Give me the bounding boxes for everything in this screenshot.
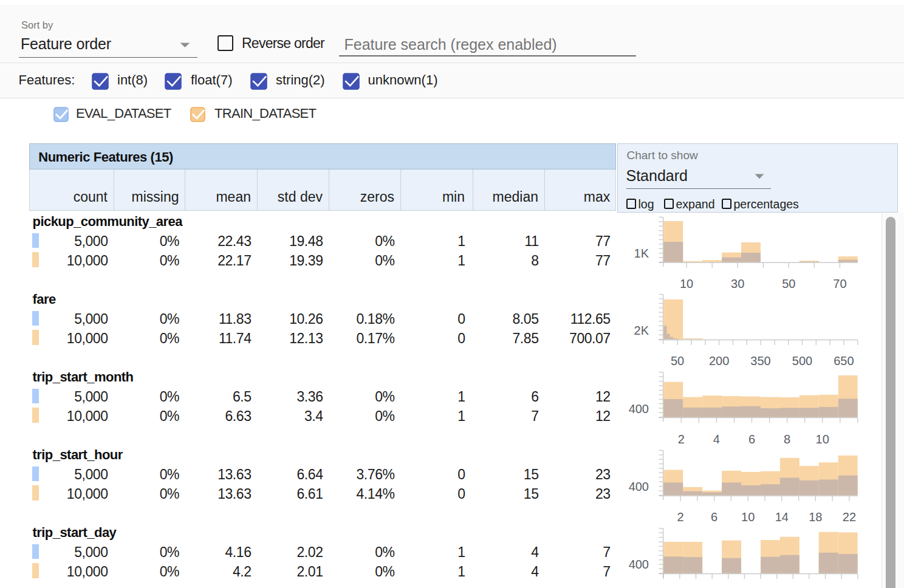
svg-text:14: 14 bbox=[775, 510, 789, 524]
svg-text:400: 400 bbox=[629, 402, 649, 415]
svg-text:2: 2 bbox=[677, 510, 684, 524]
svg-text:30: 30 bbox=[731, 277, 744, 290]
svg-text:650: 650 bbox=[834, 354, 854, 368]
svg-text:2K: 2K bbox=[634, 324, 649, 337]
svg-text:6: 6 bbox=[711, 510, 717, 524]
svg-text:70: 70 bbox=[833, 277, 846, 290]
svg-text:500: 500 bbox=[792, 354, 812, 368]
svg-text:6: 6 bbox=[748, 432, 755, 446]
svg-text:50: 50 bbox=[671, 354, 684, 368]
svg-text:50: 50 bbox=[782, 277, 795, 290]
svg-text:2: 2 bbox=[678, 432, 685, 446]
svg-text:18: 18 bbox=[809, 510, 822, 524]
svg-text:200: 200 bbox=[709, 354, 729, 368]
svg-text:8: 8 bbox=[784, 432, 790, 446]
svg-text:400: 400 bbox=[629, 558, 649, 571]
svg-text:400: 400 bbox=[629, 480, 649, 493]
svg-text:10: 10 bbox=[816, 432, 829, 446]
svg-text:1K: 1K bbox=[634, 247, 649, 260]
svg-text:350: 350 bbox=[750, 354, 770, 368]
svg-text:10: 10 bbox=[680, 277, 693, 290]
svg-text:4: 4 bbox=[713, 432, 720, 446]
svg-text:10: 10 bbox=[741, 510, 755, 524]
svg-text:22: 22 bbox=[843, 510, 856, 524]
